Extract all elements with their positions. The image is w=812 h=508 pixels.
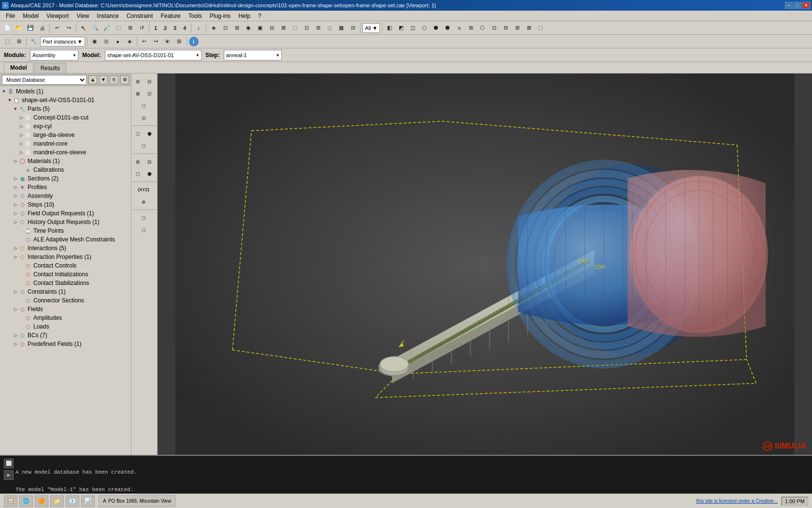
tree-btn[interactable]: ⬚ [2, 36, 13, 47]
view11-btn[interactable]: ⊟ [500, 23, 511, 33]
menu-view[interactable]: View [73, 12, 93, 20]
vt-btn-1[interactable]: ⊞ [132, 75, 143, 87]
vt-btn-6[interactable]: ◎ [132, 112, 155, 123]
tree-item-profiles[interactable]: ▷ + Profiles [0, 183, 131, 192]
menu-question[interactable]: ? [254, 12, 265, 20]
tree-settings-btn[interactable]: ⚙ [120, 75, 129, 84]
tree-item-sections[interactable]: ▷ ▦ Sections (2) [0, 174, 131, 183]
step2-btn[interactable]: 2 [161, 23, 170, 33]
zoom-out-btn[interactable]: 🔎 [102, 23, 112, 33]
menu-plugins[interactable]: Plug-ins [206, 12, 234, 20]
tree-item-part4[interactable]: ▷ ⬜ mandrel-core [0, 139, 131, 148]
toggle-steps[interactable]: ▷ [13, 202, 18, 208]
menu-constraint[interactable]: Constraint [123, 12, 157, 20]
toggle-interactions[interactable]: ▷ [13, 245, 18, 251]
vt-btn-13[interactable]: ⬢ [144, 168, 155, 179]
toggle-part5[interactable]: ▷ [18, 149, 24, 155]
vt-btn-7[interactable]: ⬡ [132, 128, 143, 139]
vt-btn-3[interactable]: ⊠ [132, 88, 143, 99]
sel5-btn[interactable]: ▣ [255, 23, 265, 33]
window-controls[interactable]: ─ □ ✕ [785, 2, 810, 9]
view5-btn[interactable]: ⬢ [431, 23, 441, 33]
tree-item-field-output[interactable]: ▷ ⬡ Field Output Requests (1) [0, 209, 131, 218]
select-btn[interactable]: ↖ [78, 23, 89, 33]
vt-xyz-btn[interactable]: (XYZ) [132, 184, 155, 195]
model-dropdown[interactable]: shape-set-AV-OSS-D101-01 [105, 50, 202, 60]
toggle-profiles[interactable]: ▷ [13, 184, 18, 190]
tree-item-contact-stab[interactable]: ⬡ Contact Stabilizations [0, 279, 131, 287]
view3-btn[interactable]: ◫ [407, 23, 418, 33]
start-btn[interactable]: 🪟 [4, 495, 17, 507]
undo-btn[interactable]: ↩ [52, 23, 62, 33]
toggle-field-output[interactable]: ▷ [13, 210, 18, 216]
tree-copy-btn[interactable]: ⎘ [110, 75, 118, 84]
toggle-model1[interactable]: ▼ [7, 97, 13, 103]
model-dropdown-wrap[interactable]: shape-set-AV-OSS-D101-01 [105, 50, 202, 60]
view13-btn[interactable]: ⊠ [523, 23, 534, 33]
module-dropdown-wrap[interactable]: Assembly [30, 50, 78, 60]
taskbar-icon-2[interactable]: 🟠 [35, 495, 48, 507]
hide-btn[interactable]: 👁 [162, 36, 173, 47]
restore-button[interactable]: □ [794, 2, 801, 9]
tree-item-history-output[interactable]: ▷ ⬡ History Output Requests (1) [0, 218, 131, 226]
toggle-part1[interactable]: ▷ [18, 115, 24, 120]
step4-btn[interactable]: 4 [180, 23, 189, 33]
toggle-time[interactable] [18, 228, 24, 234]
fit-btn[interactable]: ⬚ [113, 23, 124, 33]
tree-item-fields[interactable]: ▷ ⬡ Fields [0, 305, 131, 314]
tree-item-interaction-props[interactable]: ▷ ⬡ Interaction Properties (1) [0, 253, 131, 261]
menu-feature[interactable]: Feature [157, 12, 184, 20]
vt-btn-14[interactable]: ⬡ [132, 212, 155, 224]
sel4-btn[interactable]: ◉ [243, 23, 254, 33]
toggle-amp[interactable] [18, 315, 24, 321]
taskbar-icon-5[interactable]: 📊 [81, 495, 95, 507]
toggle-int-props[interactable]: ▷ [13, 254, 18, 260]
tree-up-btn[interactable]: ▲ [88, 75, 97, 84]
sel12-btn[interactable]: ▦ [336, 23, 347, 33]
toggle-assembly[interactable]: ▷ [13, 193, 18, 199]
tree-item-part1[interactable]: ▷ ⬜ Concept-D101-as-cut [0, 113, 131, 122]
tab-model[interactable]: Model [4, 62, 33, 73]
vt-btn-15[interactable]: ⬡ [132, 224, 155, 236]
toggle-conn-sec[interactable] [18, 298, 24, 303]
menu-help[interactable]: Help [234, 12, 254, 20]
print-btn[interactable]: 🖨 [37, 23, 47, 33]
tree-item-materials[interactable]: ▷ ⬡ Materials (1) [0, 157, 131, 165]
undo2-btn[interactable]: ↩ [139, 36, 150, 47]
toggle-part3[interactable]: ▷ [18, 132, 24, 138]
tree-item-time-points[interactable]: ⌚ Time Points [0, 226, 131, 235]
view4-btn[interactable]: ⬡ [419, 23, 430, 33]
tree-item-calib[interactable]: ◈ Calibrations [0, 165, 131, 174]
viewport[interactable]: CRP CRP 3S SIMULIA [158, 74, 812, 455]
show-btn[interactable]: ⊞ [174, 36, 185, 47]
sel2-btn[interactable]: ⊡ [220, 23, 231, 33]
menu-file[interactable]: File [2, 12, 19, 20]
sel10-btn[interactable]: ⊞ [313, 23, 323, 33]
msg-btn-1[interactable]: ⬜ [4, 459, 14, 468]
new-btn[interactable]: 📄 [2, 23, 13, 33]
vt-btn-9[interactable]: ⬡ [132, 140, 155, 151]
toggle-predef[interactable]: ▷ [13, 341, 18, 347]
arrow-btn[interactable]: ↕ [193, 23, 204, 33]
menu-viewport[interactable]: Viewport [43, 12, 72, 20]
tree-item-models[interactable]: ▼ 🗄 Models (1) [0, 87, 131, 96]
tree-item-bcs[interactable]: ▷ ⬡ BCs (7) [0, 331, 131, 340]
tree-item-part5[interactable]: ▷ ⬜ mandrel-core-sleeve [0, 148, 131, 157]
display2-btn[interactable]: ◎ [101, 36, 112, 47]
vt-btn-10[interactable]: ⊞ [132, 156, 143, 167]
view1-btn[interactable]: ◧ [384, 23, 395, 33]
minimize-button[interactable]: ─ [785, 2, 793, 9]
sel13-btn[interactable]: ⊟ [348, 23, 358, 33]
rotate-btn[interactable]: ↺ [136, 23, 147, 33]
sel1-btn[interactable]: ◈ [208, 23, 219, 33]
taskbar-icon-3[interactable]: 📁 [50, 495, 64, 507]
display1-btn[interactable]: ◉ [89, 36, 100, 47]
toggle-fields[interactable]: ▷ [13, 306, 18, 312]
toggle-calib[interactable] [18, 167, 24, 173]
vt-btn-5[interactable]: ⬡ [132, 100, 155, 111]
toggle-contact-init[interactable] [18, 271, 24, 277]
display4-btn[interactable]: ◈ [124, 36, 135, 47]
toggle-models[interactable]: ▼ [1, 89, 7, 94]
view9-btn[interactable]: ⬡ [477, 23, 488, 33]
view2-btn[interactable]: ◩ [396, 23, 406, 33]
